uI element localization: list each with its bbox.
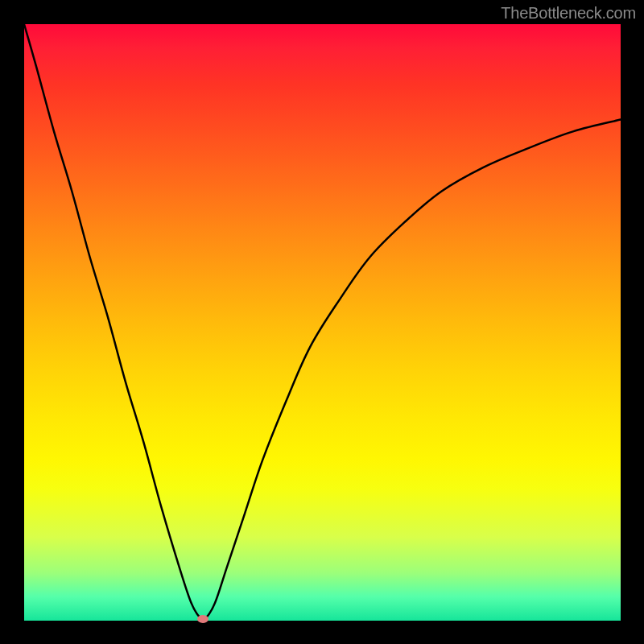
bottleneck-curve — [24, 24, 621, 620]
curve-layer — [24, 24, 621, 621]
watermark-text: TheBottleneck.com — [501, 4, 636, 23]
min-marker — [197, 615, 208, 623]
